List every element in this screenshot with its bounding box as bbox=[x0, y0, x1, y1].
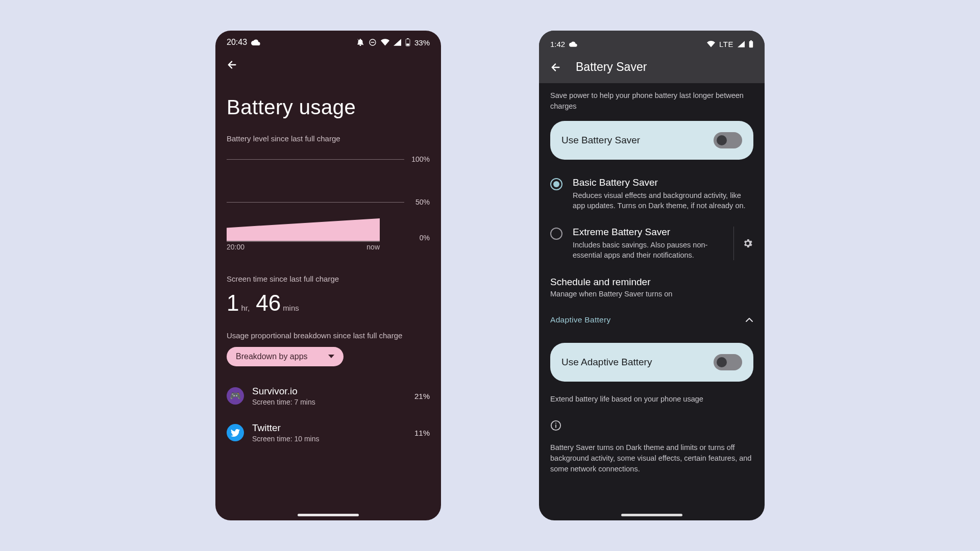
svg-rect-4 bbox=[406, 43, 409, 45]
breakdown-label: Usage proportional breakdown since last … bbox=[227, 331, 430, 340]
footer-info: Battery Saver turns on Dark theme and li… bbox=[550, 442, 753, 474]
back-button[interactable] bbox=[550, 62, 561, 73]
page-title: Battery usage bbox=[215, 70, 441, 134]
status-time: 20:43 bbox=[227, 38, 247, 47]
app-bar: Battery Saver bbox=[539, 52, 765, 83]
network-label: LTE bbox=[719, 40, 733, 48]
toggle-label: Use Battery Saver bbox=[561, 135, 640, 146]
radio-selected-icon bbox=[550, 178, 562, 190]
radio-subtitle: Includes basic savings. Also pauses non-… bbox=[573, 240, 723, 261]
chart-subtitle: Battery level since last full charge bbox=[215, 134, 441, 150]
home-indicator[interactable] bbox=[298, 514, 359, 516]
app-row-twitter[interactable]: Twitter Screen time: 10 mins 11% bbox=[215, 414, 441, 451]
schedule-title[interactable]: Schedule and reminder bbox=[550, 277, 753, 288]
radio-basic-battery-saver[interactable]: Basic Battery Saver Reduces visual effec… bbox=[550, 172, 753, 221]
chart-y-50: 50% bbox=[409, 198, 430, 206]
dropdown-label: Breakdown by apps bbox=[236, 352, 308, 361]
battery-level-chart: 100% 50% 20:00 now 0% bbox=[215, 150, 441, 251]
mins-unit: mins bbox=[283, 304, 299, 312]
chevron-up-icon bbox=[745, 317, 753, 322]
adaptive-battery-toggle[interactable] bbox=[714, 354, 742, 370]
app-subtitle: Screen time: 10 mins bbox=[252, 435, 406, 443]
expand-label: Adaptive Battery bbox=[550, 315, 611, 324]
radio-extreme-battery-saver[interactable]: Extreme Battery Saver Includes basic sav… bbox=[550, 221, 753, 271]
svg-rect-3 bbox=[407, 38, 408, 39]
radio-title: Basic Battery Saver bbox=[573, 177, 753, 188]
cloud-icon bbox=[569, 41, 577, 47]
hours-unit: hr, bbox=[241, 304, 250, 312]
app-icon-twitter bbox=[227, 424, 244, 441]
battery-icon bbox=[405, 38, 410, 46]
svg-rect-6 bbox=[750, 40, 752, 41]
chart-x-end: now bbox=[366, 243, 380, 251]
radio-title: Extreme Battery Saver bbox=[573, 227, 723, 238]
back-button[interactable] bbox=[215, 50, 441, 70]
svg-rect-5 bbox=[749, 41, 753, 47]
svg-rect-8 bbox=[555, 424, 556, 428]
screen-time-label: Screen time since last full charge bbox=[227, 274, 430, 285]
chart-y-0: 0% bbox=[409, 234, 430, 242]
app-name: Survivor.io bbox=[252, 386, 406, 397]
toggle-label: Use Adaptive Battery bbox=[561, 357, 652, 368]
dnd-icon bbox=[369, 38, 377, 46]
phone-battery-saver: 1:42 LTE Battery Saver Save power to hel… bbox=[539, 31, 765, 520]
info-icon bbox=[550, 420, 753, 431]
chart-x-start: 20:00 bbox=[227, 243, 244, 251]
bell-off-icon bbox=[356, 38, 364, 46]
use-adaptive-battery-card[interactable]: Use Adaptive Battery bbox=[550, 343, 753, 382]
adaptive-info: Extend battery life based on your phone … bbox=[550, 394, 753, 405]
app-icon-survivor: 🎮 bbox=[227, 387, 244, 405]
app-pct: 11% bbox=[414, 429, 430, 437]
extreme-settings-button[interactable] bbox=[733, 227, 753, 261]
mins-value: 46 bbox=[256, 290, 281, 316]
status-battery-pct: 33% bbox=[414, 38, 430, 47]
hours-value: 1 bbox=[227, 290, 239, 316]
app-name: Twitter bbox=[252, 422, 406, 434]
signal-icon bbox=[394, 39, 401, 46]
chart-area-fill bbox=[227, 218, 380, 242]
gear-icon bbox=[742, 238, 753, 249]
intro-text: Save power to help your phone battery la… bbox=[550, 90, 753, 112]
chevron-down-icon bbox=[328, 355, 334, 359]
app-subtitle: Screen time: 7 mins bbox=[252, 398, 406, 406]
status-time: 1:42 bbox=[550, 40, 565, 48]
chart-y-100: 100% bbox=[409, 155, 430, 163]
breakdown-dropdown[interactable]: Breakdown by apps bbox=[227, 347, 344, 366]
page-title: Battery Saver bbox=[576, 60, 647, 74]
cloud-icon bbox=[251, 39, 260, 45]
wifi-icon bbox=[707, 41, 715, 47]
app-pct: 21% bbox=[414, 392, 430, 400]
home-indicator[interactable] bbox=[621, 514, 682, 516]
status-bar: 20:43 33% bbox=[215, 31, 441, 50]
app-row-survivor[interactable]: 🎮 Survivor.io Screen time: 7 mins 21% bbox=[215, 378, 441, 414]
radio-unselected-icon bbox=[550, 228, 562, 240]
adaptive-battery-expand[interactable]: Adaptive Battery bbox=[550, 310, 753, 334]
phone-battery-usage: 20:43 33% Battery usage bbox=[215, 31, 441, 520]
use-battery-saver-card[interactable]: Use Battery Saver bbox=[550, 121, 753, 160]
wifi-icon bbox=[381, 39, 389, 46]
radio-subtitle: Reduces visual effects and background ac… bbox=[573, 190, 753, 211]
schedule-subtitle: Manage when Battery Saver turns on bbox=[550, 290, 753, 298]
battery-saver-toggle[interactable] bbox=[714, 132, 742, 148]
screen-time-value: 1 hr, 46 mins bbox=[227, 285, 430, 331]
status-bar: 1:42 LTE bbox=[539, 31, 765, 52]
battery-icon bbox=[749, 40, 753, 48]
signal-icon bbox=[738, 41, 745, 47]
svg-rect-9 bbox=[555, 423, 556, 424]
